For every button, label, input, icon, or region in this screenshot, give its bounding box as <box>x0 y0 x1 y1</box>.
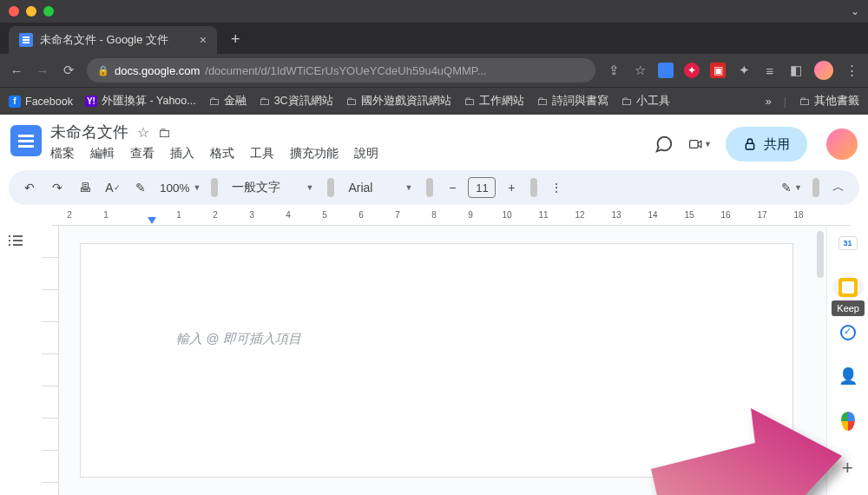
more-toolbar-icon[interactable]: ⋮ <box>544 175 569 200</box>
tab-title: 未命名文件 - Google 文件 <box>40 32 168 48</box>
lock-icon <box>743 137 757 151</box>
lock-icon: 🔒 <box>97 65 109 76</box>
docs-workarea: 輸入 @ 即可插入項目 31 👤 + Keep <box>0 226 868 495</box>
docs-toolbar: ↶ ↷ 🖶 A✓ ✎ 100%▼ 一般文字▼ Arial▼ − 11 + ⋮ ✎… <box>9 170 859 205</box>
bookmark-other[interactable]: 🗀其他書籤 <box>799 94 859 109</box>
bookmark-facebook[interactable]: fFacebook <box>9 96 73 108</box>
font-select[interactable]: Arial▼ <box>341 175 419 200</box>
extension-icon-5[interactable]: ◧ <box>788 63 804 78</box>
extension-icon-2[interactable]: ✦ <box>684 63 700 78</box>
undo-button[interactable]: ↶ <box>17 175 42 200</box>
outline-icon <box>8 234 23 495</box>
svg-rect-0 <box>690 141 698 148</box>
star-icon[interactable]: ☆ <box>137 124 149 141</box>
reload-button[interactable]: ⟳ <box>61 63 76 78</box>
bookmarks-overflow[interactable]: » <box>766 96 772 108</box>
share-label: 共用 <box>764 136 790 153</box>
menu-insert[interactable]: 插入 <box>170 146 194 162</box>
horizontal-ruler[interactable]: 21123456789101112131415161718 <box>52 210 851 226</box>
extensions-puzzle-icon[interactable]: ✦ <box>736 63 752 78</box>
font-size-decrease[interactable]: − <box>440 175 464 200</box>
bookmarks-bar: fFacebook Y!外匯換算 - Yahoo... 🗀金融 🗀3C資訊網站 … <box>0 87 868 115</box>
address-bar[interactable]: 🔒 docs.google.com/document/d/1IdWTiCErUs… <box>87 58 595 82</box>
docs-logo[interactable] <box>10 125 42 156</box>
collapse-toolbar-icon[interactable]: ︿ <box>826 175 851 200</box>
google-docs-app: 未命名文件 ☆ 🗀 檔案 編輯 查看 插入 格式 工具 擴充功能 說明 ▼ 共用 <box>0 115 868 495</box>
comment-history-icon[interactable] <box>653 133 675 155</box>
redo-button[interactable]: ↷ <box>45 175 69 200</box>
account-avatar[interactable] <box>826 129 858 160</box>
close-window-button[interactable] <box>9 6 19 16</box>
keep-app-button[interactable] <box>832 276 864 299</box>
bookmark-folder-poetry[interactable]: 🗀詩詞與書寫 <box>536 94 608 109</box>
bookmark-folder-games[interactable]: 🗀國外遊戲資訊網站 <box>345 94 451 109</box>
vertical-scrollbar[interactable] <box>814 226 826 495</box>
keep-icon <box>838 278 858 297</box>
menu-help[interactable]: 說明 <box>354 146 378 162</box>
menu-format[interactable]: 格式 <box>210 146 234 162</box>
extension-icon-3[interactable]: ▣ <box>710 63 726 78</box>
document-title[interactable]: 未命名文件 <box>50 122 128 142</box>
bookmark-folder-work[interactable]: 🗀工作網站 <box>464 94 524 109</box>
insert-placeholder: 輸入 @ 即可插入項目 <box>176 331 697 347</box>
browser-toolbar: ← → ⟳ 🔒 docs.google.com/document/d/1IdWT… <box>0 54 868 87</box>
meet-icon[interactable]: ▼ <box>689 133 712 155</box>
bookmark-folder-tools[interactable]: 🗀小工具 <box>621 94 670 109</box>
maps-app-icon[interactable] <box>838 412 858 431</box>
side-panel: 31 👤 + Keep <box>826 226 868 495</box>
maximize-window-button[interactable] <box>43 6 54 16</box>
url-path: /document/d/1IdWTiCErUsYOUeYCdeUh59u4uQM… <box>205 64 486 77</box>
new-tab-button[interactable]: + <box>224 30 247 54</box>
chrome-menu-icon[interactable]: ⋮ <box>844 63 859 78</box>
bookmark-folder-finance[interactable]: 🗀金融 <box>208 94 247 109</box>
bookmark-yahoo[interactable]: Y!外匯換算 - Yahoo... <box>85 94 196 109</box>
extension-icon-4[interactable]: ≡ <box>762 63 778 78</box>
menu-view[interactable]: 查看 <box>130 146 155 162</box>
spellcheck-button[interactable]: A✓ <box>101 175 125 200</box>
calendar-app-icon[interactable]: 31 <box>838 236 858 250</box>
browser-tabstrip: 未命名文件 - Google 文件 × + <box>0 23 868 54</box>
bookmark-folder-3c[interactable]: 🗀3C資訊網站 <box>259 94 333 109</box>
traffic-lights <box>9 6 54 16</box>
window-menu-chevron[interactable]: ⌄ <box>851 5 859 17</box>
contacts-app-icon[interactable]: 👤 <box>838 366 858 386</box>
extension-icon-1[interactable] <box>658 63 674 78</box>
keep-tooltip: Keep <box>832 300 865 316</box>
document-canvas: 輸入 @ 即可插入項目 <box>59 226 814 495</box>
menu-extensions[interactable]: 擴充功能 <box>290 146 339 162</box>
vertical-ruler[interactable] <box>42 226 59 495</box>
menubar: 檔案 編輯 查看 插入 格式 工具 擴充功能 說明 <box>50 146 644 162</box>
bookmark-star-icon[interactable]: ☆ <box>632 63 648 78</box>
print-button[interactable]: 🖶 <box>73 175 97 200</box>
menu-tools[interactable]: 工具 <box>250 146 274 162</box>
tasks-app-icon[interactable] <box>838 325 858 340</box>
menu-edit[interactable]: 編輯 <box>90 146 115 162</box>
get-addons-icon[interactable]: + <box>842 457 853 479</box>
back-button[interactable]: ← <box>9 63 24 78</box>
minimize-window-button[interactable] <box>26 6 36 16</box>
browser-tab-active[interactable]: 未命名文件 - Google 文件 × <box>9 26 217 54</box>
indent-marker[interactable] <box>148 217 156 224</box>
docs-header: 未命名文件 ☆ 🗀 檔案 編輯 查看 插入 格式 工具 擴充功能 說明 ▼ 共用 <box>0 115 868 162</box>
forward-button[interactable]: → <box>35 63 50 78</box>
profile-avatar[interactable] <box>814 61 833 80</box>
share-button[interactable]: 共用 <box>726 127 807 162</box>
url-domain: docs.google.com <box>115 64 200 77</box>
window-titlebar: ⌄ <box>0 0 868 23</box>
menu-file[interactable]: 檔案 <box>50 146 75 162</box>
move-to-folder-icon[interactable]: 🗀 <box>158 125 171 140</box>
document-page[interactable]: 輸入 @ 即可插入項目 <box>80 243 793 478</box>
share-page-icon[interactable]: ⇪ <box>606 63 621 78</box>
outline-toggle[interactable] <box>0 226 31 495</box>
font-size-increase[interactable]: + <box>499 175 523 200</box>
editing-mode-icon[interactable]: ✎ ▼ <box>778 175 806 200</box>
svg-rect-1 <box>746 143 753 149</box>
tab-close-icon[interactable]: × <box>200 33 207 47</box>
docs-favicon <box>19 33 33 47</box>
paint-format-button[interactable]: ✎ <box>128 175 153 200</box>
paragraph-style-select[interactable]: 一般文字▼ <box>225 175 320 200</box>
font-size-input[interactable]: 11 <box>468 177 496 198</box>
zoom-select[interactable]: 100%▼ <box>156 175 204 200</box>
